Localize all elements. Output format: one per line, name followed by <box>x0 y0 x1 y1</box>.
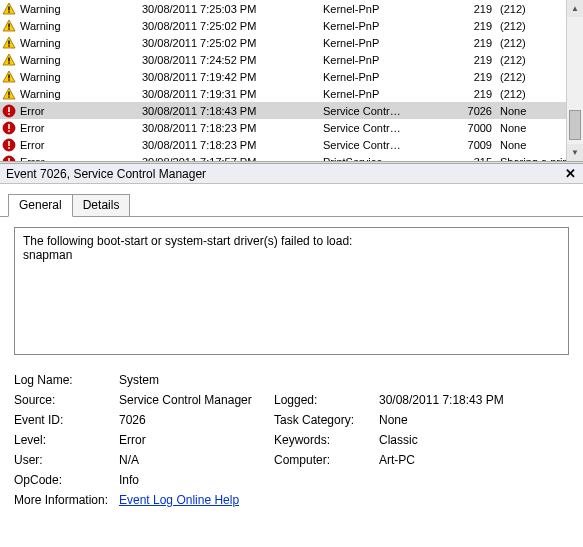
svg-rect-22 <box>8 158 10 162</box>
link-online-help[interactable]: Event Log Online Help <box>119 493 239 507</box>
cell-level: Warning <box>20 37 142 49</box>
warning-icon <box>2 87 16 101</box>
cell-date: 30/08/2011 7:25:02 PM <box>142 20 323 32</box>
cell-level: Warning <box>20 20 142 32</box>
error-icon <box>2 104 16 118</box>
warning-icon <box>2 53 16 67</box>
cell-event-id: 7009 <box>465 139 500 151</box>
cell-date: 30/08/2011 7:25:03 PM <box>142 3 323 15</box>
cell-level: Warning <box>20 3 142 15</box>
warning-icon <box>2 2 16 16</box>
error-icon <box>2 155 16 162</box>
event-row[interactable]: Warning30/08/2011 7:25:02 PMKernel-PnP21… <box>0 17 583 34</box>
value-opcode: Info <box>119 473 539 487</box>
cell-date: 30/08/2011 7:18:23 PM <box>142 122 323 134</box>
cell-event-id: 315 <box>465 156 500 162</box>
cell-date: 30/08/2011 7:18:23 PM <box>142 139 323 151</box>
warning-icon <box>2 70 16 84</box>
event-properties: Log Name: System Source: Service Control… <box>14 373 569 507</box>
svg-rect-4 <box>8 40 9 44</box>
close-icon[interactable]: ✕ <box>562 166 579 181</box>
event-row[interactable]: Error30/08/2011 7:18:43 PMService Contr…… <box>0 102 583 119</box>
svg-rect-6 <box>8 57 9 61</box>
cell-source: Kernel-PnP <box>323 20 465 32</box>
pane-title: Event 7026, Service Control Manager <box>6 167 206 181</box>
cell-level: Error <box>20 105 142 117</box>
value-task-category: None <box>379 413 539 427</box>
warning-icon <box>2 36 16 50</box>
label-keywords: Keywords: <box>274 433 379 447</box>
error-icon <box>2 121 16 135</box>
event-row[interactable]: Warning30/08/2011 7:25:03 PMKernel-PnP21… <box>0 0 583 17</box>
cell-event-id: 7000 <box>465 122 500 134</box>
label-more-info: More Information: <box>14 493 119 507</box>
details-pane-header: Event 7026, Service Control Manager ✕ <box>0 164 583 184</box>
event-row[interactable]: Warning30/08/2011 7:25:02 PMKernel-PnP21… <box>0 34 583 51</box>
cell-source: Kernel-PnP <box>323 54 465 66</box>
svg-rect-9 <box>8 79 9 80</box>
value-log-name: System <box>119 373 539 387</box>
svg-rect-1 <box>8 11 9 12</box>
scroll-thumb[interactable] <box>569 110 581 140</box>
event-row[interactable]: Error30/08/2011 7:17:57 PMPrintService31… <box>0 153 583 161</box>
cell-date: 30/08/2011 7:18:43 PM <box>142 105 323 117</box>
svg-rect-16 <box>8 124 10 129</box>
cell-source: PrintService <box>323 156 465 162</box>
cell-source: Service Contr… <box>323 105 465 117</box>
svg-rect-19 <box>8 141 10 146</box>
cell-level: Error <box>20 156 142 162</box>
svg-rect-2 <box>8 23 9 27</box>
svg-rect-13 <box>8 107 10 112</box>
cell-level: Error <box>20 122 142 134</box>
label-source: Source: <box>14 393 119 407</box>
cell-date: 30/08/2011 7:17:57 PM <box>142 156 323 162</box>
cell-level: Warning <box>20 88 142 100</box>
event-row[interactable]: Error30/08/2011 7:18:23 PMService Contr…… <box>0 119 583 136</box>
warning-icon <box>2 19 16 33</box>
svg-rect-0 <box>8 6 9 10</box>
value-level: Error <box>119 433 274 447</box>
scroll-up-button[interactable]: ▲ <box>567 0 583 17</box>
cell-date: 30/08/2011 7:25:02 PM <box>142 37 323 49</box>
cell-event-id: 219 <box>465 37 500 49</box>
tab-general[interactable]: General <box>8 194 73 217</box>
svg-rect-7 <box>8 62 9 63</box>
event-row[interactable]: Warning30/08/2011 7:24:52 PMKernel-PnP21… <box>0 51 583 68</box>
error-icon <box>2 138 16 152</box>
label-task-category: Task Category: <box>274 413 379 427</box>
label-opcode: OpCode: <box>14 473 119 487</box>
svg-rect-11 <box>8 96 9 97</box>
event-row[interactable]: Error30/08/2011 7:18:23 PMService Contr…… <box>0 136 583 153</box>
cell-event-id: 219 <box>465 54 500 66</box>
scrollbar-vertical[interactable]: ▲ ▼ <box>566 0 583 161</box>
event-row[interactable]: Warning30/08/2011 7:19:42 PMKernel-PnP21… <box>0 68 583 85</box>
value-source: Service Control Manager <box>119 393 274 407</box>
cell-source: Kernel-PnP <box>323 37 465 49</box>
scroll-down-button[interactable]: ▼ <box>567 144 583 161</box>
value-logged: 30/08/2011 7:18:43 PM <box>379 393 539 407</box>
event-list[interactable]: Warning30/08/2011 7:25:03 PMKernel-PnP21… <box>0 0 583 161</box>
cell-level: Error <box>20 139 142 151</box>
cell-event-id: 219 <box>465 88 500 100</box>
cell-event-id: 219 <box>465 3 500 15</box>
svg-rect-10 <box>8 91 9 95</box>
label-computer: Computer: <box>274 453 379 467</box>
cell-event-id: 7026 <box>465 105 500 117</box>
svg-rect-17 <box>8 130 10 132</box>
cell-source: Kernel-PnP <box>323 3 465 15</box>
value-event-id: 7026 <box>119 413 274 427</box>
svg-rect-5 <box>8 45 9 46</box>
cell-date: 30/08/2011 7:19:31 PM <box>142 88 323 100</box>
cell-source: Kernel-PnP <box>323 88 465 100</box>
svg-rect-14 <box>8 113 10 115</box>
svg-rect-20 <box>8 147 10 149</box>
event-row[interactable]: Warning30/08/2011 7:19:31 PMKernel-PnP21… <box>0 85 583 102</box>
cell-level: Warning <box>20 71 142 83</box>
label-user: User: <box>14 453 119 467</box>
tabs: General Details <box>8 194 583 217</box>
tab-details[interactable]: Details <box>72 194 131 217</box>
cell-event-id: 219 <box>465 71 500 83</box>
label-logged: Logged: <box>274 393 379 407</box>
value-computer: Art-PC <box>379 453 539 467</box>
svg-rect-3 <box>8 28 9 29</box>
